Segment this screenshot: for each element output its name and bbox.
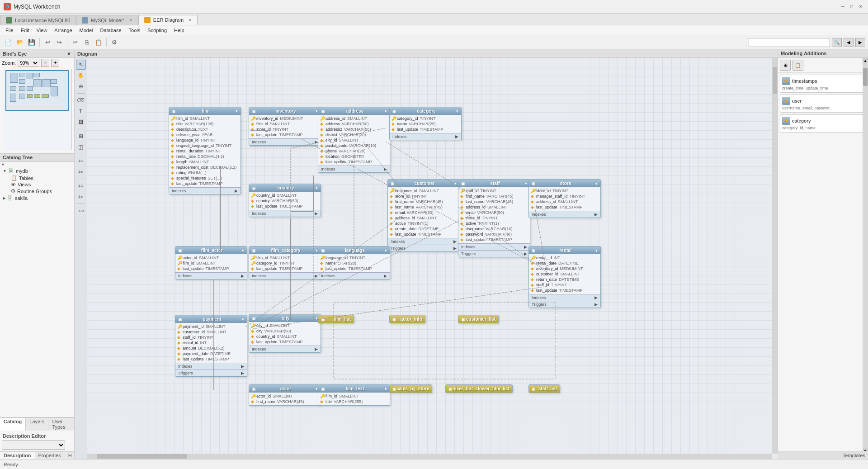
menu-tools[interactable]: Tools	[125, 27, 144, 34]
table-language[interactable]: ▣ language ▾ 🔑language_idTINYINT ◆nameCH…	[318, 246, 390, 280]
table-city-indexes[interactable]: Indexes ▶	[249, 346, 321, 352]
paste-button[interactable]: 📋	[93, 37, 104, 48]
search-button[interactable]: 🔍	[832, 38, 842, 47]
view-sales-by-store[interactable]: ▣ sales_by_store	[389, 384, 432, 393]
table-language-arrow[interactable]: ▾	[385, 248, 387, 253]
tab-layers[interactable]: Layers	[26, 418, 48, 431]
right-tool-btn-1[interactable]: ⊞	[780, 60, 791, 71]
extra-button[interactable]: ⚙	[109, 37, 120, 48]
tab-user-types[interactable]: User Types	[48, 418, 74, 431]
save-button[interactable]: 💾	[26, 37, 37, 48]
tree-root-arrow[interactable]: ▼	[1, 162, 5, 167]
tool-select[interactable]: ↖	[76, 60, 86, 70]
view-actor-info[interactable]: ▣ actor_info	[389, 315, 425, 323]
tab-model-close[interactable]: ✕	[129, 18, 132, 23]
tool-eraser[interactable]: ⌫	[76, 95, 86, 105]
table-payment[interactable]: ▣ payment ▾ 🔑payment_idSMALLINT ◆custome…	[175, 315, 247, 377]
tool-image[interactable]: 🖼	[76, 117, 86, 127]
table-staff-arrow[interactable]: ▾	[525, 181, 527, 186]
tab-history[interactable]: H	[65, 452, 75, 459]
table-film-actor-arrow[interactable]: ▾	[242, 248, 244, 253]
redo-button[interactable]: ↪	[54, 37, 65, 48]
tree-sakila[interactable]: ▶ 🗄 sakila	[0, 194, 74, 202]
template-timestamps[interactable]: ★ timestamps create_time, update_time	[780, 75, 866, 93]
menu-file[interactable]: File	[2, 27, 17, 34]
tool-rel-1n-nonid[interactable]: 1:n	[76, 192, 86, 202]
scrollbar-h-thumb[interactable]	[97, 454, 187, 459]
tool-relation-1-n[interactable]: 1:n	[76, 167, 86, 177]
table-rental-triggers[interactable]: Triggers ▶	[529, 301, 600, 308]
tree-views[interactable]: 👁 Views	[7, 181, 74, 188]
right-scroll-up[interactable]: ▲	[863, 58, 868, 63]
table-category-arrow[interactable]: ▾	[456, 109, 458, 114]
table-category[interactable]: ▣ category ▾ 🔑category_idTINYINT ◆nameVA…	[389, 107, 462, 140]
close-button[interactable]: ✕	[857, 3, 864, 10]
diagram-scrollbar-v[interactable]	[772, 58, 778, 454]
tool-rel-11-nonid[interactable]: 1:1	[76, 181, 86, 191]
table-film-actor[interactable]: ▣ film_actor ▾ 🔑actor_idSMALLINT 🔑film_i…	[175, 246, 247, 280]
tree-mydb-arrow[interactable]: ▼	[3, 169, 7, 173]
tab-properties[interactable]: Properties	[35, 452, 65, 459]
table-film-arrow[interactable]: ▾	[236, 109, 238, 114]
table-store[interactable]: ▣ store ▾ 🔑store_idTINYINT ◆manager_staf…	[528, 179, 601, 218]
tool-new-view[interactable]: ◫	[76, 142, 86, 152]
zoom-select[interactable]: 90% 75% 100% 50%	[18, 59, 39, 67]
table-inventory[interactable]: ▣ inventory ▾ 🔑inventory_idMEDIUMINT ◆fi…	[249, 107, 321, 146]
zoom-out-button[interactable]: −	[41, 59, 49, 67]
table-country[interactable]: ▣ country ▾ 🔑country_idSMALLINT ◆country…	[249, 184, 321, 217]
table-language-indexes[interactable]: Indexes ▶	[318, 272, 390, 279]
menu-scripting[interactable]: Scripting	[144, 27, 170, 34]
table-city[interactable]: ▣ city ▾ 🔑city_idSMALLINT ◆cityVARCHAR(5…	[249, 314, 321, 353]
right-scroll-thumb[interactable]	[863, 68, 868, 86]
table-inventory-indexes[interactable]: Indexes ▶	[249, 138, 321, 145]
zoom-in-button[interactable]: +	[51, 59, 59, 67]
tool-hand[interactable]: ✋	[76, 71, 86, 81]
tree-tables[interactable]: 📋 Tables	[7, 175, 74, 181]
view-customer-list[interactable]: ▣ customer_list	[458, 315, 499, 323]
new-button[interactable]: 📄	[3, 37, 14, 48]
table-store-indexes[interactable]: Indexes ▶	[529, 211, 600, 218]
table-actor[interactable]: ▣ actor ▾ 🔑actor_idSMALLINT ◆first_nameV…	[249, 384, 321, 406]
table-rental[interactable]: ▣ rental ▾ 🔑rental_idINT ◆rental_dateDAT…	[528, 246, 601, 308]
table-payment-indexes[interactable]: Indexes ▶	[175, 363, 247, 370]
tab-description[interactable]: Description	[0, 452, 35, 459]
tool-text[interactable]: T	[76, 106, 86, 116]
window-controls[interactable]: ─ □ ✕	[839, 3, 864, 10]
table-staff-triggers[interactable]: Triggers ▶	[458, 250, 530, 257]
tab-catalog[interactable]: Catalog	[0, 418, 26, 431]
tab-eer-close[interactable]: ✕	[188, 18, 192, 23]
table-customer[interactable]: ▣ customer ▾ 🔑customer_idSMALLINT ◆store…	[387, 179, 460, 252]
menu-edit[interactable]: Edit	[17, 27, 33, 34]
table-staff[interactable]: ▣ staff ▾ 🔑staff_idTINYINT ◆first_nameVA…	[458, 179, 530, 257]
menu-view[interactable]: View	[33, 27, 51, 34]
table-film-indexes[interactable]: Indexes ▶	[169, 187, 241, 194]
table-rental-arrow[interactable]: ▾	[595, 248, 598, 253]
table-staff-indexes[interactable]: Indexes ▶	[458, 243, 530, 250]
table-customer-indexes[interactable]: Indexes ▶	[388, 238, 459, 245]
tool-relation-1-1[interactable]: 1:1	[76, 156, 86, 166]
search-prev[interactable]: ◀	[844, 38, 854, 47]
table-rental-indexes[interactable]: Indexes ▶	[529, 294, 600, 301]
template-category[interactable]: ★ category category_id, name	[780, 114, 866, 133]
search-input[interactable]	[749, 38, 830, 47]
menu-model[interactable]: Model	[76, 27, 97, 34]
tree-mydb[interactable]: ▼ 🗄 mydb	[0, 167, 74, 175]
cut-button[interactable]: ✂	[70, 37, 80, 48]
table-film-actor-indexes[interactable]: Indexes ▶	[175, 272, 247, 279]
table-film-category-indexes[interactable]: Indexes ▶	[249, 272, 321, 279]
birds-eye-collapse[interactable]: ▼	[66, 51, 71, 57]
menu-arrange[interactable]: Arrange	[51, 27, 75, 34]
tool-rel-nm[interactable]: n:m	[76, 206, 86, 216]
tab-home[interactable]: Local instance MySQL80	[0, 15, 76, 25]
table-address-indexes[interactable]: Indexes ▶	[318, 166, 390, 172]
table-payment-triggers[interactable]: Triggers ▶	[175, 370, 247, 376]
scrollbar-v-thumb[interactable]	[773, 67, 777, 94]
table-payment-arrow[interactable]: ▾	[242, 317, 244, 322]
table-address[interactable]: ▣ address ▾ 🔑address_idSMALLINT ◆address…	[318, 107, 390, 173]
template-user[interactable]: ★ user username, email, passwor...	[780, 95, 866, 113]
tab-model[interactable]: MySQL Model* ✕	[76, 15, 138, 25]
table-store-arrow[interactable]: ▾	[595, 181, 598, 186]
table-film-category[interactable]: ▣ film_category ▾ 🔑film_idSMALLINT 🔑cate…	[249, 246, 321, 280]
right-tool-btn-2[interactable]: 📋	[793, 60, 803, 71]
table-film-text[interactable]: ▣ film_text ▾ 🔑film_idSMALLINT ◆titleVAR…	[318, 384, 390, 406]
